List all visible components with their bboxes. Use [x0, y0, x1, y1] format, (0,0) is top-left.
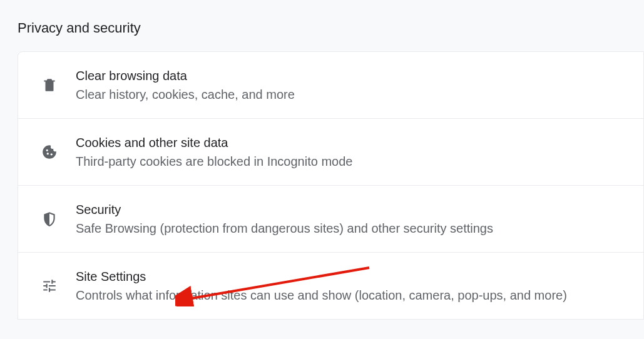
settings-card: Clear browsing data Clear history, cooki…: [18, 51, 644, 320]
row-title: Cookies and other site data: [76, 134, 628, 151]
row-title: Site Settings: [76, 268, 628, 285]
row-desc: Third-party cookies are blocked in Incog…: [76, 153, 628, 170]
row-text: Site Settings Controls what information …: [76, 268, 628, 304]
row-title: Security: [76, 201, 628, 218]
row-text: Clear browsing data Clear history, cooki…: [76, 67, 628, 103]
row-desc: Safe Browsing (protection from dangerous…: [76, 220, 628, 237]
tune-icon: [41, 277, 58, 295]
row-title: Clear browsing data: [76, 67, 628, 84]
row-clear-browsing-data[interactable]: Clear browsing data Clear history, cooki…: [18, 52, 643, 119]
trash-icon: [41, 76, 58, 94]
shield-icon: [41, 210, 58, 228]
cookie-icon: [41, 143, 58, 161]
row-site-settings[interactable]: Site Settings Controls what information …: [18, 253, 643, 319]
row-security[interactable]: Security Safe Browsing (protection from …: [18, 186, 643, 253]
row-desc: Clear history, cookies, cache, and more: [76, 86, 628, 103]
row-cookies[interactable]: Cookies and other site data Third-party …: [18, 119, 643, 186]
page-title: Privacy and security: [0, 0, 644, 51]
row-text: Cookies and other site data Third-party …: [76, 134, 628, 170]
row-desc: Controls what information sites can use …: [76, 286, 628, 304]
row-text: Security Safe Browsing (protection from …: [76, 201, 628, 237]
